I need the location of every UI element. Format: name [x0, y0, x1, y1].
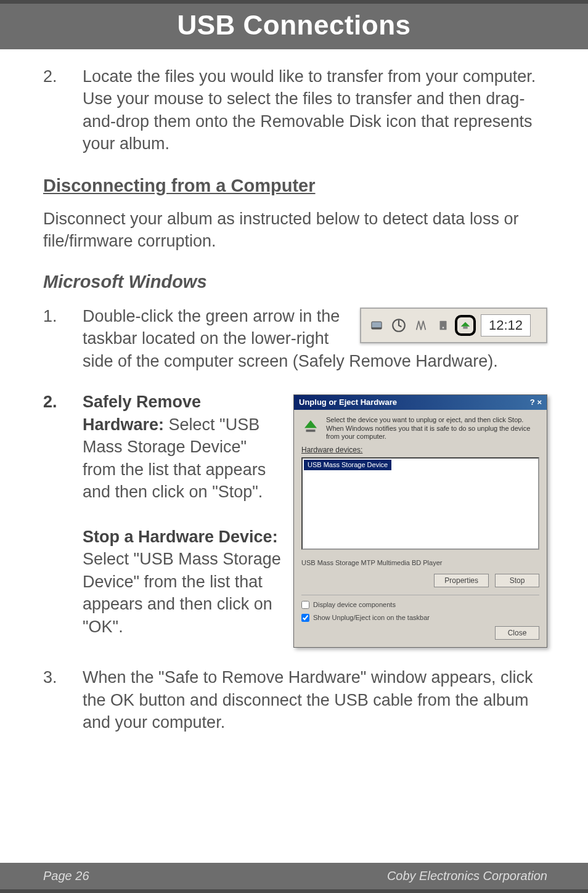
taskbar-screenshot: 12:12	[360, 308, 547, 343]
page-content: 2. Locate the files you would like to tr…	[0, 49, 588, 733]
tray-icon	[388, 315, 409, 336]
divider	[301, 595, 539, 595]
stop-button[interactable]: Stop	[495, 574, 539, 587]
safely-remove-dialog: Unplug or Eject Hardware ? × Select the …	[293, 394, 547, 648]
step-number: 3.	[43, 666, 83, 733]
checkbox-show-icon[interactable]: Show Unplug/Eject icon on the taskbar	[294, 613, 547, 626]
svg-point-4	[443, 327, 444, 328]
checkbox-label: Display device components	[313, 600, 396, 610]
footer-corp: Coby Electronics Corporation	[387, 869, 547, 883]
svg-rect-5	[463, 327, 467, 329]
tray-icon	[410, 315, 431, 336]
step-number: 2.	[43, 391, 83, 648]
page-number: Page 26	[43, 869, 89, 883]
dialog-title-text: Unplug or Eject Hardware	[299, 397, 397, 408]
windows-step-2: 2. Unplug or Eject Hardware ? × Select t…	[43, 391, 547, 648]
step-body: Locate the files you would like to trans…	[83, 65, 547, 155]
dialog-screenshot: Unplug or Eject Hardware ? × Select the …	[293, 394, 547, 648]
device-list[interactable]: USB Mass Storage Device	[301, 457, 539, 550]
step-subhead-2: Stop a Hardware Device:	[83, 528, 278, 546]
page-footer: Page 26 Coby Electronics Corporation	[0, 863, 588, 893]
safely-remove-icon[interactable]	[455, 315, 476, 336]
properties-button[interactable]: Properties	[434, 574, 489, 587]
taskbar-tray: 12:12	[360, 308, 547, 343]
svg-rect-1	[372, 322, 381, 327]
checkbox-label: Show Unplug/Eject icon on the taskbar	[313, 613, 430, 622]
windows-step-1: 1.	[43, 305, 547, 372]
step-number: 1.	[43, 305, 83, 372]
step-body: Unplug or Eject Hardware ? × Select the …	[83, 391, 547, 648]
dialog-header: Select the device you want to unplug or …	[294, 410, 547, 445]
step-body: 12:12 Double-click the green arrow in th…	[83, 305, 547, 372]
window-buttons[interactable]: ? ×	[530, 397, 542, 408]
step-body: When the "Safe to Remove Hardware" windo…	[83, 666, 547, 733]
subheading-windows: Microsoft Windows	[43, 270, 547, 294]
page-title: USB Connections	[177, 10, 410, 40]
step-number: 2.	[43, 65, 83, 155]
tray-icon	[433, 315, 454, 336]
checkbox[interactable]	[301, 601, 309, 609]
dialog-instruction: Select the device you want to unplug or …	[326, 416, 539, 441]
windows-step-3: 3. When the "Safe to Remove Hardware" wi…	[43, 666, 547, 733]
checkbox[interactable]	[301, 614, 309, 622]
dialog-titlebar: Unplug or Eject Hardware ? ×	[294, 395, 547, 410]
close-button[interactable]: Close	[495, 626, 539, 640]
taskbar-clock: 12:12	[481, 314, 531, 336]
svg-rect-6	[306, 430, 316, 432]
step-2: 2. Locate the files you would like to tr…	[43, 65, 547, 155]
close-row: Close	[294, 626, 547, 647]
page-header: USB Connections	[0, 0, 588, 49]
device-description: USB Mass Storage MTP Multimedia BD Playe…	[294, 550, 547, 574]
tray-icon	[366, 315, 387, 336]
section-heading-disconnect: Disconnecting from a Computer	[43, 174, 547, 198]
step-text-2: Select "USB Mass Storage Device" from th…	[83, 550, 281, 635]
svg-rect-3	[440, 321, 447, 330]
dialog-list-label: Hardware devices:	[294, 445, 547, 457]
dialog-button-row: Properties Stop	[294, 574, 547, 595]
list-item[interactable]: USB Mass Storage Device	[304, 460, 391, 470]
disconnect-intro: Disconnect your album as instructed belo…	[43, 208, 547, 253]
eject-icon	[301, 416, 320, 437]
checkbox-display-components[interactable]: Display device components	[294, 600, 547, 613]
